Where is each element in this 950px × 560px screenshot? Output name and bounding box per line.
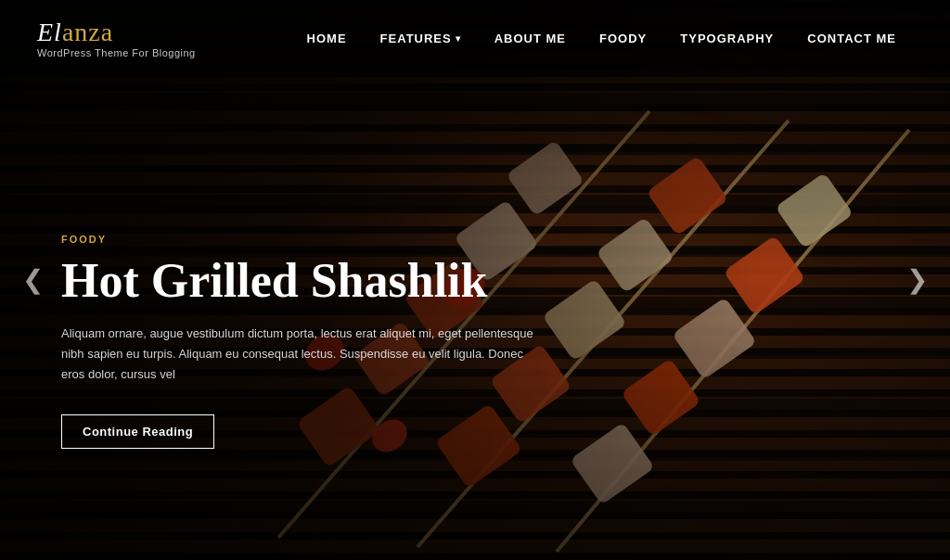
slider-next-button[interactable]: ❯	[893, 258, 941, 302]
main-nav: HOME FEATURES ▾ ABOUT ME FOODY TYPOGRAPH…	[290, 0, 913, 77]
nav-item-contact[interactable]: CONTACT ME	[790, 0, 913, 77]
slider-prev-button[interactable]: ❮	[9, 258, 57, 302]
hero-category: FOODY	[61, 234, 544, 245]
chevron-left-icon: ❮	[22, 265, 44, 294]
hero-section: Elanza WordPress Theme For Blogging HOME…	[0, 0, 950, 560]
site-logo[interactable]: Elanza WordPress Theme For Blogging	[37, 19, 196, 58]
logo-text-el: El	[37, 18, 62, 46]
hero-title: Hot Grilled Shashlik	[61, 254, 544, 307]
site-header: Elanza WordPress Theme For Blogging HOME…	[0, 0, 950, 77]
hero-excerpt: Aliquam ornare, augue vestibulum dictum …	[61, 324, 544, 385]
logo-title: Elanza	[37, 19, 196, 47]
nav-item-features[interactable]: FEATURES ▾	[364, 0, 478, 77]
continue-reading-button[interactable]: Continue Reading	[61, 414, 214, 449]
nav-item-about[interactable]: ABOUT ME	[478, 0, 583, 77]
hero-content: FOODY Hot Grilled Shashlik Aliquam ornar…	[61, 234, 544, 449]
chevron-right-icon: ❯	[906, 265, 928, 294]
chevron-down-icon: ▾	[456, 33, 461, 44]
logo-tagline: WordPress Theme For Blogging	[37, 47, 196, 58]
logo-text-anza: anza	[62, 18, 113, 46]
nav-item-typography[interactable]: TYPOGRAPHY	[663, 0, 790, 77]
nav-item-home[interactable]: HOME	[290, 0, 364, 77]
nav-item-foody[interactable]: FOODY	[583, 0, 663, 77]
